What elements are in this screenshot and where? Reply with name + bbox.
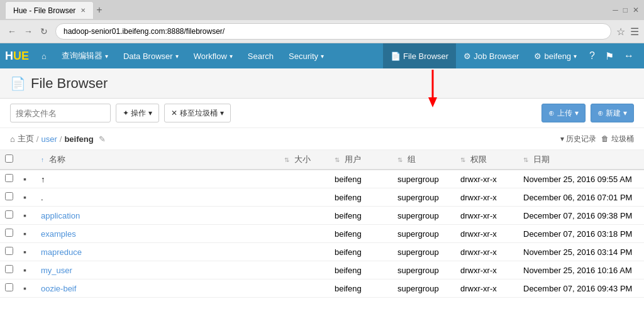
nav-data-browser[interactable]: Data Browser ▾ — [116, 43, 186, 68]
file-name-link[interactable]: oozie-beif — [41, 284, 76, 293]
nav-security-label: Security — [289, 51, 318, 61]
file-perm: drwxr-xr-x — [460, 247, 497, 257]
row-date-cell: November 25, 2016 09:55 AM — [518, 170, 644, 188]
page-header: 📄 File Browser — [0, 68, 644, 99]
file-perm: drwxr-xr-x — [460, 193, 497, 202]
page-header-icon: 📄 — [10, 76, 26, 91]
row-date-cell: November 25, 2016 10:16 AM — [518, 261, 644, 279]
search-input[interactable] — [10, 104, 111, 122]
nav-home[interactable]: ⌂ — [34, 43, 54, 68]
main-content: 📄 File Browser ✦ 操作 ▾ ✕ 移至垃圾桶 ▾ ⊕ 上传 ▾ ⊕… — [0, 68, 644, 301]
folder-icon: ▪ — [23, 283, 26, 293]
col-date-header[interactable]: ⇅ 日期 — [518, 150, 644, 170]
row-checkbox[interactable] — [5, 283, 13, 291]
address-input[interactable] — [55, 23, 611, 40]
operations-button[interactable]: ✦ 操作 ▾ — [116, 104, 159, 122]
file-perm: drwxr-xr-x — [460, 175, 497, 184]
col-size-label: 大小 — [294, 154, 311, 164]
col-user-header[interactable]: ⇅ 用户 — [330, 150, 392, 170]
col-perm-header[interactable]: ⇅ 权限 — [455, 150, 518, 170]
nav-user-label: beifeng — [544, 51, 571, 61]
nav-help-btn[interactable]: ? — [584, 43, 600, 68]
group-sort-icon: ⇅ — [397, 156, 402, 163]
row-size-cell — [279, 225, 330, 243]
page-title: File Browser — [31, 75, 108, 92]
nav-workflow-label: Workflow — [194, 51, 227, 61]
row-checkbox[interactable] — [5, 210, 13, 219]
close-window-button[interactable]: ✕ — [633, 6, 639, 14]
upload-label: ⊕ 上传 — [548, 108, 572, 119]
nav-data-chevron: ▾ — [175, 53, 179, 60]
nav-flag-btn[interactable]: ⚑ — [600, 43, 619, 68]
row-group-cell: supergroup — [392, 243, 455, 261]
new-tab-button[interactable]: + — [96, 4, 102, 16]
breadcrumb-user-link[interactable]: user — [41, 134, 57, 144]
nav-file-browser[interactable]: 📄 File Browser — [383, 43, 456, 68]
row-name-cell: share — [36, 298, 279, 301]
date-sort-icon: ⇅ — [523, 156, 528, 163]
file-user: beifeng — [335, 266, 362, 275]
row-checkbox[interactable] — [5, 229, 13, 237]
bookmark-button[interactable]: ☆ — [616, 26, 625, 38]
edit-path-icon[interactable]: ✎ — [99, 134, 106, 144]
file-user: beifeng — [335, 247, 362, 257]
file-name-link[interactable]: my_user — [41, 266, 72, 275]
tab-close-btn[interactable]: ✕ — [80, 7, 86, 14]
col-checkbox-header[interactable] — [0, 150, 18, 170]
refresh-button[interactable]: ↻ — [38, 25, 50, 38]
tab-bar: Hue - File Browser ✕ + ─ □ ✕ — [0, 0, 644, 20]
nav-data-label: Data Browser — [123, 51, 173, 61]
file-date: November 25, 2016 10:16 AM — [523, 266, 632, 275]
forward-button[interactable]: → — [21, 25, 35, 38]
nav-jobbrowser-label: Job Browser — [474, 51, 519, 61]
hue-logo[interactable]: HUE — [5, 50, 29, 63]
col-name-label: 名称 — [49, 154, 65, 164]
file-name-link[interactable]: application — [41, 211, 80, 220]
row-checkbox[interactable] — [5, 174, 13, 182]
row-checkbox-cell — [0, 188, 18, 207]
row-size-cell — [279, 207, 330, 225]
nav-query-editor[interactable]: 查询编辑器 ▾ — [54, 43, 116, 68]
row-checkbox[interactable] — [5, 265, 13, 273]
file-perm: drwxr-xr-x — [460, 229, 497, 239]
row-user-cell: beifeng — [330, 170, 392, 188]
row-checkbox[interactable] — [5, 247, 13, 255]
trash-button[interactable]: ✕ 移至垃圾桶 ▾ — [164, 104, 230, 122]
row-checkbox[interactable] — [5, 192, 13, 200]
home-icon-bc: ⌂ — [10, 134, 15, 144]
active-tab[interactable]: Hue - File Browser ✕ — [5, 1, 94, 19]
file-name-text: ↑ — [41, 175, 45, 184]
nav-workflow[interactable]: Workflow ▾ — [186, 43, 240, 68]
col-group-header[interactable]: ⇅ 组 — [392, 150, 455, 170]
trash-bin-button[interactable]: 🗑 垃圾桶 — [601, 134, 634, 144]
nav-job-browser[interactable]: ⚙ Job Browser — [456, 43, 526, 68]
col-name-header[interactable]: ↑ 名称 — [36, 150, 279, 170]
history-button[interactable]: ▾ 历史记录 — [560, 134, 596, 144]
nav-search[interactable]: Search — [240, 43, 281, 68]
nav-user-menu[interactable]: ⚙ beifeng ▾ — [526, 43, 584, 68]
select-all-checkbox[interactable] — [5, 154, 13, 163]
upload-button[interactable]: ⊕ 上传 ▾ — [541, 104, 585, 122]
toolbar: ✦ 操作 ▾ ✕ 移至垃圾桶 ▾ ⊕ 上传 ▾ ⊕ 新建 ▾ — [0, 99, 644, 128]
back-button[interactable]: ← — [5, 25, 19, 38]
minimize-button[interactable]: ─ — [613, 6, 618, 14]
breadcrumb-home[interactable]: ⌂ 主页 — [10, 133, 34, 144]
nav-user-chevron: ▾ — [574, 53, 577, 60]
file-group: supergroup — [397, 211, 439, 220]
maximize-button[interactable]: □ — [623, 6, 628, 14]
col-size-header[interactable]: ⇅ 大小 — [279, 150, 330, 170]
nav-fullscreen-btn[interactable]: ↔ — [619, 43, 639, 68]
row-name-cell: my_user — [36, 261, 279, 279]
file-user: beifeng — [335, 284, 362, 293]
nav-buttons: ← → ↻ — [5, 25, 50, 38]
col-group-label: 组 — [408, 154, 416, 164]
user-sort-icon: ⇅ — [335, 156, 340, 163]
file-date: December 07, 2016 09:38 PM — [523, 211, 632, 220]
nav-security[interactable]: Security ▾ — [281, 43, 331, 68]
row-group-cell: supergroup — [392, 207, 455, 225]
file-name-link[interactable]: mapreduce — [41, 247, 82, 257]
new-button[interactable]: ⊕ 新建 ▾ — [591, 104, 634, 122]
file-name-link[interactable]: examples — [41, 229, 76, 239]
nav-search-label: Search — [248, 51, 274, 61]
menu-button[interactable]: ☰ — [630, 26, 639, 38]
